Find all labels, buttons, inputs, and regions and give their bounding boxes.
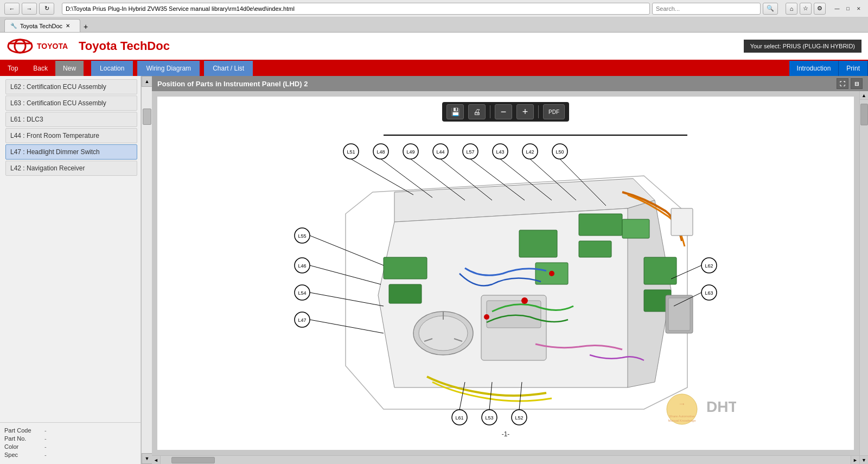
content-area: Position of Parts in Instrument Panel (L… xyxy=(152,76,868,464)
scroll-track xyxy=(142,87,152,453)
h-scroll-thumb[interactable] xyxy=(171,457,215,463)
sidebar-item-l62[interactable]: L62 : Certification ECU Assembly xyxy=(5,79,137,94)
svg-text:L44: L44 xyxy=(436,149,444,155)
color-label: Color xyxy=(4,443,42,450)
browser-titlebar: ← → ↻ 🔍 ⌂ ☆ ⚙ — □ ✕ xyxy=(0,0,868,17)
expand-button[interactable]: ⛶ xyxy=(837,78,848,89)
h-scroll-track xyxy=(161,456,851,464)
svg-rect-14 xyxy=(622,219,649,238)
svg-text:L54: L54 xyxy=(298,290,306,296)
sidebar-item-l44[interactable]: L44 : Front Room Temperature xyxy=(5,128,137,143)
introduction-button[interactable]: Introduction xyxy=(789,61,839,76)
back-nav-button[interactable]: Back xyxy=(25,61,55,76)
tab-close-button[interactable]: ✕ xyxy=(66,23,70,29)
wiring-diagram-button[interactable]: Wiring Diagram xyxy=(137,61,200,76)
toyota-text: TOYOTA xyxy=(37,42,68,50)
refresh-button[interactable]: ↻ xyxy=(39,3,54,15)
chart-list-button[interactable]: Chart / List xyxy=(204,61,253,76)
part-code-row: Part Code - xyxy=(4,427,136,434)
svg-rect-26 xyxy=(671,208,693,236)
svg-text:L62: L62 xyxy=(705,263,713,269)
svg-text:DHT: DHT xyxy=(706,398,736,415)
diagram-area: 💾 🖨 − + PDF xyxy=(152,91,859,455)
tab-bar: 🔧 Toyota TechDoc ✕ + xyxy=(0,17,868,33)
toyota-logo: TOYOTA xyxy=(7,37,68,55)
close-button[interactable]: ✕ xyxy=(854,4,864,14)
svg-point-6 xyxy=(419,316,468,351)
v-scroll-thumb[interactable] xyxy=(860,104,868,125)
top-button[interactable]: Top xyxy=(0,61,25,76)
scroll-up-button[interactable]: ▲ xyxy=(142,76,152,87)
search-button[interactable]: 🔍 xyxy=(763,3,778,15)
part-code-label: Part Code xyxy=(4,427,42,434)
part-info-panel: Part Code - Part No. - Color - Spec - xyxy=(0,422,141,464)
zoom-in-button[interactable]: + xyxy=(516,104,534,119)
sidebar-item-l42[interactable]: L42 : Navigation Receiver xyxy=(5,161,137,176)
new-tab-button[interactable]: + xyxy=(80,21,91,32)
part-no-row: Part No. - xyxy=(4,435,136,442)
minimize-button[interactable]: — xyxy=(832,4,842,14)
address-bar[interactable] xyxy=(62,3,650,15)
right-scrollbar: ▲ ▼ xyxy=(859,91,868,464)
home-button[interactable]: ⌂ xyxy=(786,3,797,15)
svg-text:-1-: -1- xyxy=(502,430,510,438)
scroll-top-button[interactable]: ▲ xyxy=(860,91,868,100)
color-row: Color - xyxy=(4,443,136,450)
svg-text:→: → xyxy=(678,399,686,408)
address-bar-container: 🔍 xyxy=(62,3,778,15)
diagram-toolbar: 💾 🖨 − + PDF xyxy=(442,102,569,122)
svg-point-0 xyxy=(8,40,32,53)
toolbar-separator xyxy=(490,105,490,118)
svg-rect-25 xyxy=(668,298,690,330)
svg-rect-12 xyxy=(579,214,622,236)
svg-text:L50: L50 xyxy=(556,149,564,155)
vehicle-selector: Your select: PRIUS (PLUG-IN HYBRID) xyxy=(744,40,861,53)
print-button[interactable]: Print xyxy=(839,61,868,76)
spec-row: Spec - xyxy=(4,452,136,458)
svg-rect-17 xyxy=(519,230,557,257)
svg-rect-15 xyxy=(644,257,676,284)
diagram-inner: 💾 🖨 − + PDF xyxy=(157,97,854,450)
browser-action-buttons: ⌂ ☆ ⚙ — □ ✕ xyxy=(786,3,864,15)
sidebar-item-l47[interactable]: L47 : Headlight Dimmer Switch xyxy=(5,144,137,160)
svg-text:L48: L48 xyxy=(376,149,385,155)
svg-text:Share Automotive: Share Automotive xyxy=(669,415,695,418)
forward-button[interactable]: → xyxy=(22,3,37,15)
new-button[interactable]: New xyxy=(55,61,84,76)
tab-label: Toyota TechDoc xyxy=(20,23,62,29)
svg-rect-19 xyxy=(384,257,427,279)
scroll-down-button[interactable]: ▼ xyxy=(142,453,152,464)
v-scroll-track xyxy=(860,100,868,455)
svg-text:L51: L51 xyxy=(347,149,355,155)
sidebar-item-l63[interactable]: L63 : Certification ECU Assembly xyxy=(5,96,137,111)
app-toolbar: Top Back New Location Wiring Diagram Cha… xyxy=(0,61,868,76)
svg-text:L46: L46 xyxy=(298,263,306,269)
back-button[interactable]: ← xyxy=(4,3,20,15)
part-no-label: Part No. xyxy=(4,435,42,442)
settings-button[interactable]: ⚙ xyxy=(814,3,826,15)
zoom-out-button[interactable]: − xyxy=(495,104,512,119)
scroll-right-button[interactable]: ► xyxy=(851,456,859,464)
toolbar-separator-2 xyxy=(538,105,539,118)
scroll-left-button[interactable]: ◄ xyxy=(152,456,161,464)
save-diagram-button[interactable]: 💾 xyxy=(446,104,464,119)
content-main: 💾 🖨 − + PDF xyxy=(152,91,859,464)
sidebar-content: L62 : Certification ECU Assembly L63 : C… xyxy=(0,76,141,464)
maximize-button[interactable]: □ xyxy=(843,4,853,14)
sidebar-item-l61[interactable]: L61 : DLC3 xyxy=(5,112,137,127)
top-right-buttons: Introduction Print xyxy=(789,61,868,76)
print-diagram-button[interactable]: 🖨 xyxy=(468,104,486,119)
favorites-button[interactable]: ☆ xyxy=(800,3,812,15)
svg-point-21 xyxy=(521,297,528,304)
location-button[interactable]: Location xyxy=(91,61,133,76)
collapse-button[interactable]: ⊟ xyxy=(851,78,863,89)
tab-toyota-techdoc[interactable]: 🔧 Toyota TechDoc ✕ xyxy=(4,19,80,32)
svg-text:L49: L49 xyxy=(406,149,414,155)
pdf-button[interactable]: PDF xyxy=(543,104,565,119)
svg-point-23 xyxy=(549,271,554,276)
scroll-thumb[interactable] xyxy=(143,109,151,125)
svg-rect-13 xyxy=(579,241,611,257)
search-bar[interactable] xyxy=(652,3,761,15)
scroll-bottom-button[interactable]: ▼ xyxy=(860,455,868,464)
main-layout: L62 : Certification ECU Assembly L63 : C… xyxy=(0,76,868,464)
